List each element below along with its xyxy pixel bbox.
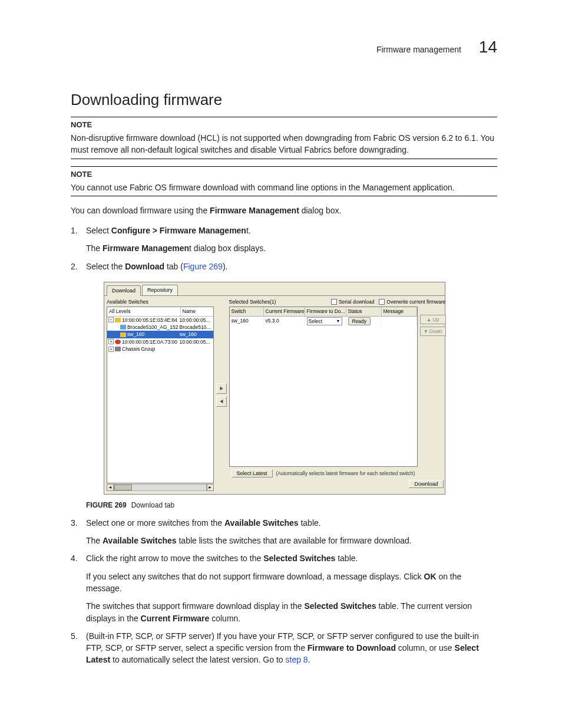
tree-row[interactable]: +Chassis Group — [107, 345, 213, 353]
selected-switches-label: Selected Switches(1) — [229, 298, 276, 305]
table-row[interactable]: sw_160 v5.3.0 Select▼ Ready — [230, 317, 417, 326]
step-1: 1. Select Configure > Firmware Managemen… — [71, 225, 497, 255]
scroll-left-icon[interactable]: ◄ — [107, 484, 114, 491]
firmware-dialog: Download Repository Available Switches A… — [104, 282, 445, 495]
tree-row[interactable]: Brocade5100_AG_152 Brocade510... — [107, 324, 213, 331]
note-label: NOTE — [71, 169, 497, 180]
figure-link[interactable]: Figure 269 — [183, 262, 223, 271]
available-switches-tree[interactable]: All Levels Name −10:00:00:05:1E:03:4E:84… — [107, 307, 214, 483]
running-header: Firmware management 14 — [71, 35, 497, 60]
col-fw-to-download[interactable]: Firmware to Do... — [305, 307, 346, 315]
col-status[interactable]: Status — [346, 307, 382, 315]
expand-icon[interactable]: + — [108, 347, 114, 352]
error-icon — [115, 340, 121, 344]
note-label: NOTE — [71, 120, 497, 131]
rule — [71, 196, 497, 196]
overwrite-firmware-checkbox[interactable]: Overwrite current firmware — [379, 298, 445, 305]
note-body: Non-disruptive firmware download (HCL) i… — [71, 132, 497, 156]
tab-repository[interactable]: Repository — [142, 285, 178, 295]
chassis-icon — [115, 347, 121, 351]
col-current-fw[interactable]: Current Firmware — [264, 307, 305, 315]
rule — [71, 159, 497, 159]
chapter-number: 14 — [479, 35, 497, 60]
down-button[interactable]: ▼Down — [420, 327, 446, 336]
step-5: 5. (Built-in FTP, SCP, or SFTP server) I… — [71, 630, 497, 666]
intro-paragraph: You can download firmware using the Firm… — [71, 205, 497, 216]
triangle-down-icon: ▼ — [423, 328, 428, 335]
note-body: You cannot use Fabric OS firmware downlo… — [71, 182, 497, 193]
available-switches-label: Available Switches — [107, 298, 214, 305]
triangle-left-icon — [219, 399, 224, 404]
step-link[interactable]: step 8 — [286, 655, 308, 664]
tree-row-selected[interactable]: sw_160 sw_160 — [107, 331, 213, 338]
move-right-button[interactable] — [216, 383, 227, 394]
switch-icon — [120, 332, 126, 337]
rule — [71, 117, 497, 117]
section-name: Firmware management — [376, 44, 461, 55]
select-latest-button[interactable]: Select Latest — [232, 469, 273, 477]
selected-switches-table[interactable]: Switch Current Firmware Firmware to Do..… — [229, 307, 418, 467]
scroll-right-icon[interactable]: ► — [207, 484, 214, 491]
move-left-button[interactable] — [216, 396, 227, 407]
tree-row[interactable]: +10:00:00:05:1E:0A:73:00 10:00:00:05... — [107, 338, 213, 345]
tab-download[interactable]: Download — [107, 285, 141, 296]
tree-col-levels[interactable]: All Levels — [107, 307, 181, 315]
step-4: 4. Click the right arrow to move the swi… — [71, 552, 497, 624]
serial-download-checkbox[interactable]: Serial download — [331, 298, 374, 305]
chevron-down-icon: ▼ — [336, 318, 340, 324]
checkbox-icon — [331, 299, 337, 305]
checkbox-icon — [379, 299, 385, 305]
step-2: 2. Select the Download tab (Figure 269).… — [71, 261, 497, 511]
triangle-right-icon — [219, 386, 224, 391]
switch-icon — [120, 325, 126, 330]
triangle-up-icon: ▲ — [427, 316, 431, 323]
scroll-thumb[interactable] — [114, 485, 132, 490]
rule — [71, 166, 497, 167]
steps-list: 1. Select Configure > Firmware Managemen… — [71, 225, 497, 666]
status-badge: Ready — [348, 317, 371, 325]
fabric-icon — [115, 318, 121, 322]
figure-caption: FIGURE 269Download tab — [86, 500, 497, 510]
select-latest-hint: (Automatically selects latest firmware f… — [276, 470, 415, 477]
up-button[interactable]: ▲Up — [420, 315, 446, 324]
tree-row[interactable]: −10:00:00:05:1E:03:4E:84 10:00:00:05... — [107, 317, 213, 324]
tab-bar: Download Repository — [104, 282, 445, 295]
collapse-icon[interactable]: − — [108, 317, 114, 322]
tree-col-name[interactable]: Name — [181, 307, 213, 315]
col-message[interactable]: Message — [382, 307, 417, 315]
col-switch[interactable]: Switch — [230, 307, 264, 315]
page-title: Downloading firmware — [71, 89, 497, 111]
step-3: 3. Select one or more switches from the … — [71, 517, 497, 547]
horizontal-scrollbar[interactable]: ◄ ► — [107, 483, 214, 492]
download-button[interactable]: Download — [409, 480, 443, 488]
firmware-select-dropdown[interactable]: Select▼ — [307, 317, 342, 325]
expand-icon[interactable]: + — [108, 339, 114, 344]
